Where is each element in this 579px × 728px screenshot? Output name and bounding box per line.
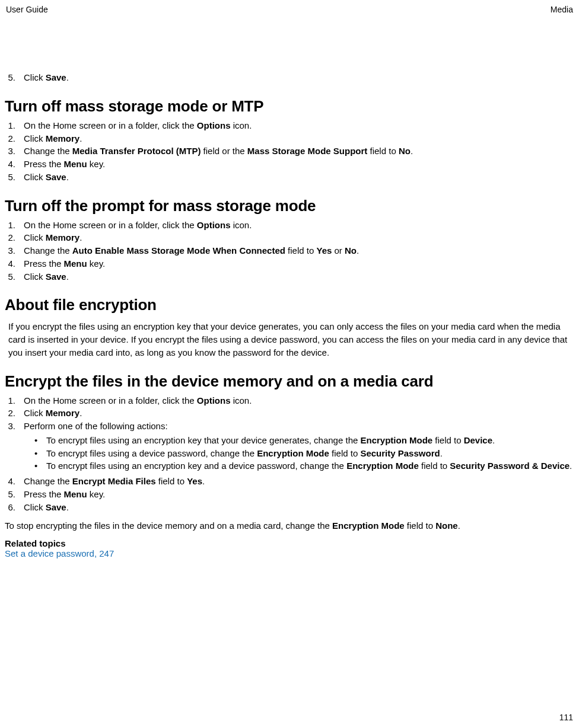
list-item: 1.On the Home screen or in a folder, cli… (5, 394, 574, 407)
bold-term: None (435, 521, 458, 531)
list-item: 2.Click Memory. (5, 231, 574, 244)
list-text: Perform one of the following actions: (24, 420, 574, 433)
list-text: Change the Encrypt Media Files field to … (24, 475, 574, 488)
bold-term: Menu (64, 258, 87, 269)
list-text: On the Home screen or in a folder, click… (24, 119, 574, 132)
bold-term: Device (464, 435, 492, 445)
list-item: 5.Click Save. (5, 171, 574, 184)
list-item: 3.Perform one of the following actions: (5, 420, 574, 433)
sub-bullet-item: •To encrypt files using an encryption ke… (34, 434, 574, 447)
bold-term: Memory (46, 232, 80, 242)
list-text: Press the Menu key. (24, 158, 574, 171)
bold-term: Encrypt Media Files (72, 476, 156, 486)
header-right: Media (551, 5, 573, 14)
list-number: 1. (5, 119, 24, 132)
sub-bullet-item: •To encrypt files using an encryption ke… (34, 459, 574, 472)
list-item: 3.Change the Auto Enable Mass Storage Mo… (5, 244, 574, 257)
section-heading: About file encryption (5, 296, 574, 314)
list-item: 5.Click Save. (5, 270, 574, 283)
bold-term: Security Password & Device (450, 461, 570, 471)
list-item: 6.Click Save. (5, 501, 574, 514)
bullet-icon: • (34, 459, 46, 472)
list-text: Click Save. (24, 71, 574, 84)
sections: Turn off mass storage mode or MTP1.On th… (5, 97, 574, 558)
list-number: 4. (5, 257, 24, 270)
list-number: 2. (5, 132, 24, 145)
bold-term: Encryption Mode (257, 448, 329, 458)
list-number: 6. (5, 501, 24, 514)
bold-term: No (399, 146, 411, 156)
page: User Guide Media 5.Click Save. Turn off … (0, 0, 579, 728)
list-text: Click Save. (24, 501, 574, 514)
list-item: 1.On the Home screen or in a folder, cli… (5, 119, 574, 132)
list-item: 3.Change the Media Transfer Protocol (MT… (5, 145, 574, 158)
bullet-icon: • (34, 447, 46, 460)
ordered-list: 1.On the Home screen or in a folder, cli… (5, 219, 574, 283)
bold-term: Media Transfer Protocol (MTP) (72, 146, 201, 156)
bold-term: Security Password (360, 448, 440, 458)
list-text: Change the Media Transfer Protocol (MTP)… (24, 145, 574, 158)
sub-bullet-list: •To encrypt files using an encryption ke… (5, 434, 574, 472)
list-text: Click Save. (24, 270, 574, 283)
bold-term: Options (197, 220, 231, 230)
list-number: 4. (5, 158, 24, 171)
section-paragraph: If you encrypt the files using an encryp… (5, 320, 574, 359)
bold-term: Memory (46, 408, 80, 418)
page-content: 5.Click Save. Turn off mass storage mode… (5, 17, 574, 558)
list-item: 5.Click Save. (5, 71, 574, 84)
related-topics-heading: Related topics (5, 538, 574, 548)
bold-term: Menu (64, 159, 87, 169)
list-text: Press the Menu key. (24, 257, 574, 270)
list-text: Click Memory. (24, 132, 574, 145)
list-item: 4.Change the Encrypt Media Files field t… (5, 475, 574, 488)
bullet-icon: • (34, 434, 46, 447)
page-header: User Guide Media (5, 5, 574, 17)
list-item: 4.Press the Menu key. (5, 257, 574, 270)
list-number: 3. (5, 244, 24, 257)
list-number: 5. (5, 270, 24, 283)
sub-bullet-text: To encrypt files using an encryption key… (46, 434, 574, 447)
previous-section-tail: 5.Click Save. (5, 71, 574, 84)
list-number: 1. (5, 394, 24, 407)
ordered-list: 1.On the Home screen or in a folder, cli… (5, 119, 574, 184)
list-item: 5.Press the Menu key. (5, 488, 574, 501)
bold-term: Encryption Mode (360, 435, 432, 445)
page-number: 111 (559, 713, 573, 722)
related-topic-link[interactable]: Set a device password, 247 (5, 548, 574, 558)
list-item: 2.Click Memory. (5, 407, 574, 420)
bold-term: Options (197, 120, 231, 130)
sub-bullet-item: •To encrypt files using a device passwor… (34, 447, 574, 460)
bold-term: Menu (64, 489, 87, 499)
list-number: 1. (5, 219, 24, 232)
bold-term: Save (46, 172, 66, 182)
list-number: 5. (5, 488, 24, 501)
list-item: 4.Press the Menu key. (5, 158, 574, 171)
ordered-list: 1.On the Home screen or in a folder, cli… (5, 394, 574, 514)
bold-term: Save (46, 502, 66, 512)
list-text: Click Memory. (24, 407, 574, 420)
list-number: 4. (5, 475, 24, 488)
section-after-paragraph: To stop encrypting the files in the devi… (5, 519, 574, 532)
section-heading: Turn off mass storage mode or MTP (5, 97, 574, 116)
list-number: 2. (5, 407, 24, 420)
list-text: On the Home screen or in a folder, click… (24, 394, 574, 407)
section-heading: Encrypt the files in the device memory a… (5, 372, 574, 391)
bold-term: Encryption Mode (332, 521, 405, 531)
list-number: 3. (5, 145, 24, 158)
bold-term: Save (46, 272, 66, 282)
bold-term: Mass Storage Mode Support (247, 146, 368, 156)
bold-term: Save (46, 72, 66, 82)
bold-term: Yes (316, 245, 332, 256)
list-text: Press the Menu key. (24, 488, 574, 501)
list-text: On the Home screen or in a folder, click… (24, 219, 574, 232)
list-item: 2.Click Memory. (5, 132, 574, 145)
sub-bullet-text: To encrypt files using an encryption key… (46, 459, 574, 472)
list-text: Click Memory. (24, 231, 574, 244)
list-number: 5. (5, 71, 24, 84)
sub-bullet-text: To encrypt files using a device password… (46, 447, 574, 460)
list-number: 2. (5, 231, 24, 244)
list-text: Change the Auto Enable Mass Storage Mode… (24, 244, 574, 257)
bold-term: No (345, 245, 357, 256)
bold-term: Encryption Mode (346, 461, 419, 471)
bold-term: Options (197, 395, 231, 405)
